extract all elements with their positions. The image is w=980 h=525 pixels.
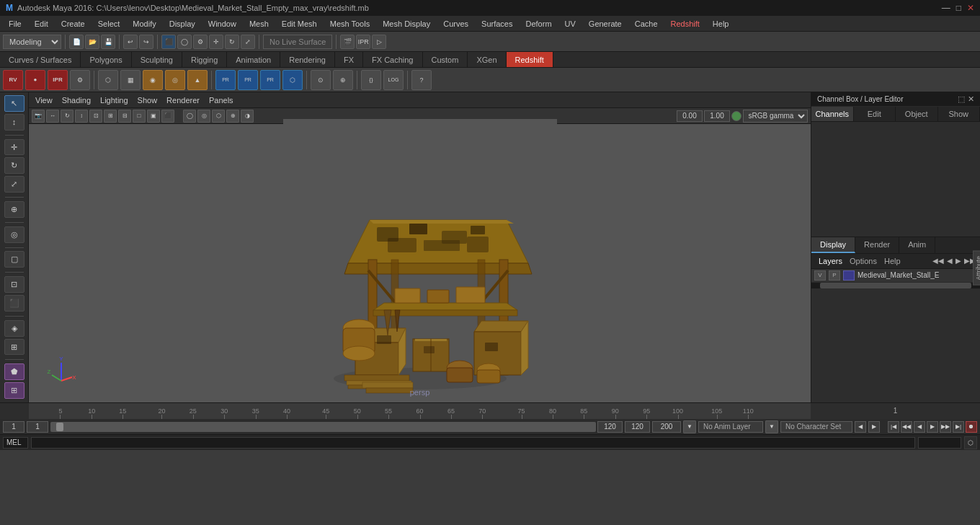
attribute-editor-tab[interactable]: Attribute Editor — [973, 251, 980, 286]
vp-sel-highlight-button[interactable]: ⊡ — [89, 110, 102, 123]
menu-surfaces[interactable]: Surfaces — [476, 18, 518, 30]
channel-box-close-button[interactable]: ✕ — [968, 94, 974, 104]
step-forward-button[interactable]: ▶▶ — [940, 421, 951, 433]
undo-button[interactable]: ↩ — [123, 35, 138, 49]
viewport-view-menu[interactable]: View — [32, 96, 56, 105]
start-frame-input[interactable] — [3, 421, 24, 433]
vp-display3-button[interactable]: ⬛ — [161, 110, 174, 123]
command-input[interactable] — [35, 438, 912, 446]
render-preview-button[interactable]: 🎬 — [340, 35, 355, 49]
frame-slider-thumb[interactable] — [56, 423, 63, 431]
char-set-prev-button[interactable]: ◀ — [855, 421, 866, 433]
layer-prev-button[interactable]: ◀◀ — [932, 257, 944, 265]
minimize-button[interactable]: — — [942, 3, 950, 13]
tab-redshift[interactable]: Redshift — [507, 52, 553, 67]
select-mode-button[interactable]: ↖ — [4, 95, 24, 112]
tab-animation[interactable]: Animation — [227, 52, 280, 67]
layer-forward-button[interactable]: ▶ — [956, 257, 961, 265]
vp-grid-button[interactable]: ⊟ — [118, 110, 131, 123]
max-frame-input[interactable] — [652, 421, 681, 433]
vp-ambient-button[interactable]: ◑ — [241, 110, 254, 123]
menu-help[interactable]: Help — [707, 18, 735, 30]
tab-help-layer[interactable]: Help — [881, 256, 904, 266]
rotate-tool-button[interactable]: ↻ — [225, 35, 239, 49]
ipr-button[interactable]: IPR — [356, 35, 370, 49]
tab-show[interactable]: Show — [938, 107, 981, 121]
menu-select[interactable]: Select — [92, 18, 126, 30]
viewport-show-menu[interactable]: Show — [134, 96, 161, 105]
frame-end-slider-input[interactable] — [597, 421, 623, 433]
lattice-button[interactable]: ⊞ — [4, 382, 24, 399]
rs-proxy4-button[interactable]: ⬡ — [282, 70, 303, 90]
layer-back-button[interactable]: ◀ — [947, 257, 953, 265]
timeline-ruler[interactable]: 5 10 15 20 25 30 — [29, 403, 811, 419]
tab-sculpting[interactable]: Sculpting — [132, 52, 182, 67]
go-to-start-button[interactable]: |◀ — [888, 421, 899, 433]
tab-xgen[interactable]: XGen — [468, 52, 506, 67]
gamma-select[interactable]: sRGB gamma Linear Raw — [743, 110, 808, 123]
menu-edit-mesh[interactable]: Edit Mesh — [276, 18, 323, 30]
tab-curves-surfaces[interactable]: Curves / Surfaces — [0, 52, 81, 67]
menu-uv[interactable]: UV — [559, 18, 582, 30]
layer-playback-button[interactable]: P — [829, 270, 840, 281]
layer-name[interactable]: Medieval_Market_Stall_E — [858, 271, 977, 279]
maximize-button[interactable]: □ — [956, 3, 961, 13]
lasso-tool-button[interactable]: ◯ — [177, 35, 192, 49]
tab-object[interactable]: Object — [896, 107, 938, 121]
save-scene-button[interactable]: 💾 — [101, 35, 115, 49]
rs-aov2-button[interactable]: ⊕ — [333, 70, 353, 90]
viewport-canvas[interactable]: persp Y X Z — [29, 124, 811, 402]
tab-fx-caching[interactable]: FX Caching — [363, 52, 422, 67]
vp-shadow-button[interactable]: ⊕ — [226, 110, 239, 123]
step-back-button[interactable]: ◀◀ — [901, 421, 912, 433]
rs-light-button[interactable]: ▲ — [187, 70, 208, 90]
layer-visibility-button[interactable]: V — [814, 270, 826, 281]
move-tool-lt-button[interactable]: ✛ — [4, 139, 24, 156]
rs-record-button[interactable]: ● — [25, 70, 45, 90]
menu-file[interactable]: File — [3, 18, 27, 30]
universal-manip-button[interactable]: ⊕ — [4, 201, 24, 218]
rs-settings-button[interactable]: ⚙ — [70, 70, 90, 90]
vp-tumble-button[interactable]: ↻ — [61, 110, 74, 123]
viewport-lighting-menu[interactable]: Lighting — [97, 96, 132, 105]
vp-color-mode-button[interactable] — [731, 111, 741, 121]
rs-proxy1-button[interactable]: PR — [215, 70, 236, 90]
vp-display2-button[interactable]: ▣ — [147, 110, 160, 123]
command-field[interactable] — [31, 437, 915, 449]
tab-render[interactable]: Render — [855, 237, 899, 253]
open-scene-button[interactable]: 📂 — [85, 35, 99, 49]
play-back-button[interactable]: ◀ — [914, 421, 925, 433]
tab-display[interactable]: Display — [811, 237, 855, 253]
viewport-renderer-button[interactable]: ▷ — [372, 35, 386, 49]
soft-select-button[interactable]: ◎ — [4, 226, 24, 243]
redo-button[interactable]: ↪ — [139, 35, 153, 49]
layer-scrollbar[interactable] — [811, 283, 980, 288]
tab-polygons[interactable]: Polygons — [81, 52, 131, 67]
crumple-button[interactable]: ⬟ — [4, 363, 24, 380]
rs-rv-button[interactable]: RV — [3, 70, 23, 90]
menu-mesh-tools[interactable]: Mesh Tools — [324, 18, 375, 30]
viewport-shading-menu[interactable]: Shading — [58, 96, 94, 105]
menu-curves[interactable]: Curves — [437, 18, 474, 30]
vp-frame-button[interactable]: ⊞ — [104, 110, 117, 123]
current-frame-input[interactable] — [27, 421, 48, 433]
menu-modify[interactable]: Modify — [127, 18, 161, 30]
close-button[interactable]: ✕ — [967, 3, 974, 13]
paint-select-button[interactable]: ↕ — [4, 114, 24, 131]
frame-range-dropdown[interactable]: ▼ — [683, 420, 696, 433]
menu-edit[interactable]: Edit — [29, 18, 54, 30]
vp-display1-button[interactable]: □ — [133, 110, 146, 123]
char-set-next-button[interactable]: ▶ — [868, 421, 880, 433]
paint-weights-button[interactable]: ⬛ — [4, 295, 24, 312]
move-tool-button[interactable]: ✛ — [209, 35, 223, 49]
marquee-select-button[interactable]: ⊡ — [4, 276, 24, 293]
rs-log-button[interactable]: LOG — [383, 70, 404, 90]
rs-material2-button[interactable]: ▦ — [120, 70, 141, 90]
rs-ipr-button[interactable]: IPR — [48, 70, 68, 90]
snap-together-button[interactable]: ⊞ — [4, 339, 24, 356]
menu-mesh-display[interactable]: Mesh Display — [377, 18, 436, 30]
anim-layer-dropdown[interactable]: ▼ — [765, 420, 778, 433]
vp-dolly-button[interactable]: ↕ — [75, 110, 88, 123]
auto-key-button[interactable]: ⏺ — [966, 421, 977, 433]
tab-custom[interactable]: Custom — [423, 52, 468, 67]
